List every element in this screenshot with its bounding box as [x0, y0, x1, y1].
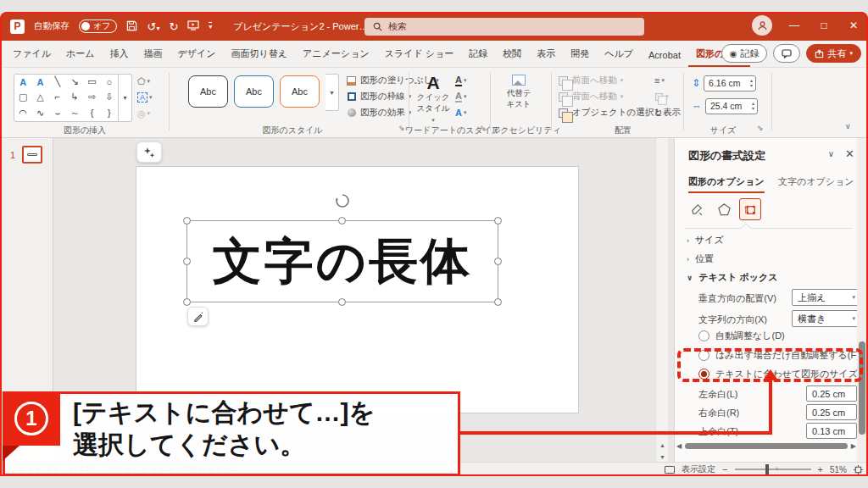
tab-slideshow[interactable]: スライド ショー: [377, 42, 462, 67]
shape-gallery-more-button[interactable]: ▾: [119, 74, 132, 122]
oval-shape-icon[interactable]: ○: [101, 75, 118, 90]
tab-animations[interactable]: アニメーション: [295, 42, 377, 67]
insert-textbox-button[interactable]: A▾: [137, 91, 153, 104]
rectangle-shape-icon[interactable]: ▭: [83, 75, 100, 90]
resize-handle-bottom-right[interactable]: [494, 298, 502, 306]
margin-left-field[interactable]: 0.25 cm: [806, 385, 857, 402]
down-block-arrow-shape-icon[interactable]: ⇩: [101, 90, 118, 105]
quick-access-more-icon[interactable]: ▾: [209, 22, 212, 30]
scroll-right-icon[interactable]: ▶: [851, 442, 856, 450]
spinner-arrows-icon[interactable]: ▴▾: [752, 99, 754, 114]
align-objects-button[interactable]: ≡▾: [654, 74, 669, 87]
account-avatar[interactable]: [752, 15, 772, 36]
arc-shape-icon[interactable]: ◠: [14, 104, 31, 121]
freeform-shape-icon[interactable]: ～: [66, 104, 83, 121]
maximize-button[interactable]: □: [816, 19, 832, 31]
vertical-textbox-shape-icon[interactable]: A: [31, 75, 48, 90]
arrow-shape-icon[interactable]: ↘: [66, 75, 83, 90]
tab-transitions[interactable]: 画面切り替え: [224, 42, 296, 67]
zoom-slider-thumb[interactable]: [765, 464, 769, 474]
pane-tab-text-options[interactable]: 文字のオプション: [778, 175, 854, 188]
section-size[interactable]: › サイズ: [687, 234, 724, 247]
tab-acrobat[interactable]: Acrobat: [641, 44, 688, 67]
shape-gallery[interactable]: A A ╲ ↘ ▭ ○ ▢ △ ⌐ ↳ ⇨ ⇩ ◠ ∿ ⌣ ～ { }: [14, 74, 119, 122]
designer-button[interactable]: [136, 141, 162, 163]
tab-help[interactable]: ヘルプ: [597, 42, 641, 67]
scribble-shape-icon[interactable]: ∿: [31, 104, 48, 121]
fill-line-icon[interactable]: [685, 198, 707, 220]
zoom-in-icon[interactable]: +: [818, 464, 823, 474]
curve-shape-icon[interactable]: ⌣: [49, 104, 66, 121]
resize-handle-top-left[interactable]: [183, 217, 191, 225]
resize-handle-mid-left[interactable]: [183, 258, 191, 265]
rotation-handle[interactable]: [334, 192, 351, 213]
record-button[interactable]: ◉ 記録: [721, 44, 768, 63]
text-effects-button[interactable]: A▾: [455, 106, 466, 119]
text-direction-dropdown[interactable]: 横書き▾: [792, 310, 860, 327]
size-dialog-launcher[interactable]: ⇘: [757, 124, 764, 132]
tab-design[interactable]: デザイン: [170, 42, 224, 67]
main-vertical-scrollbar[interactable]: ▲ ▼: [655, 138, 668, 462]
scrollbar-thumb[interactable]: [685, 443, 848, 449]
zoom-level[interactable]: 51%: [830, 465, 847, 474]
merge-shapes-button[interactable]: ◎▾: [137, 107, 153, 120]
size-properties-icon[interactable]: [739, 198, 761, 220]
left-brace-shape-icon[interactable]: {: [83, 104, 100, 121]
undo-icon[interactable]: ↺▾: [147, 21, 159, 32]
triangle-shape-icon[interactable]: △: [31, 90, 48, 105]
slide-textbox[interactable]: 文字の長体: [186, 220, 498, 302]
tab-developer[interactable]: 開発: [563, 42, 597, 67]
right-brace-shape-icon[interactable]: }: [101, 104, 118, 121]
save-icon[interactable]: [126, 20, 137, 33]
shape-height-spinner[interactable]: 6.16 cm ▴▾: [704, 75, 756, 92]
section-position[interactable]: › 位置: [687, 252, 714, 265]
shape-style-preset-orange[interactable]: Abc: [280, 75, 320, 108]
shape-styles-more-button[interactable]: ▾: [326, 74, 339, 111]
redo-icon[interactable]: ↻: [169, 21, 178, 32]
tab-record[interactable]: 記録: [461, 42, 495, 67]
line-shape-icon[interactable]: ╲: [49, 75, 66, 90]
text-fill-button[interactable]: A▾: [455, 74, 466, 87]
tab-draw[interactable]: 描画: [136, 42, 170, 67]
pane-horizontal-scrollbar[interactable]: ◀ ▶: [676, 441, 856, 452]
display-settings-label[interactable]: 表示設定: [682, 463, 715, 475]
pane-vertical-scrollbar[interactable]: [857, 138, 867, 462]
zoom-slider[interactable]: +: [735, 469, 811, 470]
autosave-toggle[interactable]: オフ: [79, 19, 117, 33]
radio-no-autofit[interactable]: 自動調整なし(D): [698, 330, 785, 342]
search-input[interactable]: 検索: [364, 18, 644, 36]
text-outline-button[interactable]: A▾: [455, 90, 466, 103]
zoom-out-icon[interactable]: −: [722, 464, 727, 474]
tab-insert[interactable]: 挿入: [103, 42, 136, 67]
tab-home[interactable]: ホーム: [58, 42, 103, 67]
quick-styles-button[interactable]: A クイック スタイル ▾: [415, 73, 451, 124]
tab-view[interactable]: 表示: [529, 42, 563, 67]
scroll-left-icon[interactable]: ◀: [676, 442, 682, 450]
next-slide-icon[interactable]: ▼: [656, 451, 669, 463]
pane-collapse-icon[interactable]: ∨: [828, 149, 834, 158]
shape-style-preset-black[interactable]: Abc: [188, 75, 228, 108]
wordart-dialog-launcher[interactable]: ⇘: [480, 124, 487, 132]
slide-thumbnail[interactable]: [22, 146, 42, 164]
edit-shape-button[interactable]: ⬠▾: [137, 75, 153, 88]
present-from-start-icon[interactable]: [187, 20, 199, 32]
shape-width-spinner[interactable]: 25.4 cm ▴▾: [705, 98, 758, 114]
comments-button[interactable]: [773, 44, 800, 63]
tab-file[interactable]: ファイル: [5, 42, 58, 67]
resize-handle-top-center[interactable]: [338, 217, 346, 225]
rotate-objects-button[interactable]: ↻▾: [654, 106, 669, 119]
alt-text-button[interactable]: 代替テ キスト: [498, 75, 539, 110]
resize-handle-bottom-left[interactable]: [183, 298, 191, 306]
pane-tab-shape-options[interactable]: 図形のオプション: [688, 175, 765, 193]
close-button[interactable]: ✕: [846, 19, 861, 31]
effects-icon[interactable]: [713, 198, 735, 220]
collapse-ribbon-icon[interactable]: ∨: [845, 122, 851, 130]
previous-slide-icon[interactable]: ▲: [656, 439, 669, 451]
elbow-arrow-shape-icon[interactable]: ↳: [66, 90, 83, 105]
resize-handle-mid-right[interactable]: [494, 258, 502, 265]
resize-handle-bottom-center[interactable]: [338, 298, 346, 306]
margin-top-field[interactable]: 0.13 cm: [806, 423, 857, 439]
spinner-arrows-icon[interactable]: ▴▾: [750, 76, 753, 91]
shape-styles-dialog-launcher[interactable]: ⇘: [398, 124, 405, 132]
elbow-connector-shape-icon[interactable]: ⌐: [49, 90, 66, 105]
